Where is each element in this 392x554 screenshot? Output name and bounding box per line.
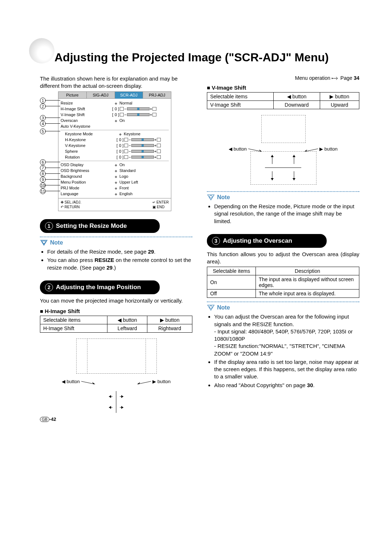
dotted-divider (207, 301, 359, 302)
overscan-table: Selectable items Description On The inpu… (207, 267, 359, 298)
v-image-shift-table: Selectable items ◀ button ▶ button V-Ima… (207, 92, 359, 109)
svg-marker-4 (137, 382, 140, 384)
section-2-body: You can move the projected image horizon… (40, 297, 192, 304)
note-heading: Note (40, 239, 192, 246)
h-shift-diagram: ◀ button ▶ button (62, 338, 171, 422)
note-heading: Note (207, 194, 359, 201)
osd-footer-end: ▣ END (152, 205, 169, 209)
v-image-shift-subhead: ■ V-Image Shift (207, 85, 359, 91)
svg-marker-8 (109, 395, 111, 398)
svg-point-29 (209, 306, 212, 308)
dotted-divider (40, 237, 192, 237)
svg-marker-2 (92, 382, 95, 384)
callout-number: 8 (40, 171, 46, 177)
osd-menu-illustration: Picture SIG-ADJ SCR-ADJ PRJ-ADJ ResizeNo… (40, 91, 192, 211)
svg-point-14 (332, 78, 332, 79)
osd-footer-return: ↶ RETURN (61, 205, 81, 209)
svg-marker-27 (293, 178, 295, 180)
page-number: GB-42 (40, 416, 56, 422)
osd-tab: Picture (58, 92, 87, 99)
osd-tab: SIG-ADJ (87, 92, 115, 99)
callout-number: 3 (40, 115, 46, 121)
callout-number: 9 (40, 177, 46, 182)
callout-number: 4 (40, 121, 46, 127)
osd-tab: PRJ-ADJ (143, 92, 171, 99)
note-heading: Note (207, 304, 359, 311)
osd-tab-active: SCR-ADJ (115, 92, 143, 99)
callout-number: 1 (40, 98, 46, 103)
callout-number: 2 (40, 103, 46, 109)
callout-number: 7 (40, 165, 46, 171)
menu-operation-ref: Menu operation Page 34 (207, 75, 359, 81)
v-shift-diagram: ◀ button ▶ button (229, 115, 338, 188)
dotted-divider (207, 191, 359, 192)
svg-marker-23 (293, 155, 295, 157)
callout-number: 6 (40, 159, 46, 165)
svg-point-0 (42, 241, 45, 243)
callout-number: 10 (40, 182, 46, 188)
section-3-body: This function allows you to adjust the O… (207, 251, 359, 266)
svg-marker-13 (121, 406, 123, 409)
callout-number: 11 (40, 188, 46, 194)
osd-footer-sel: ✥ SEL./ADJ. (61, 200, 81, 205)
section-3-heading: 3 Adjusting the Overscan (207, 234, 327, 248)
svg-marker-12 (109, 406, 111, 409)
section-2-heading: 2 Adjusting the Image Position (40, 280, 160, 294)
h-image-shift-table: Selectable items ◀ button ▶ button H-Ima… (40, 316, 192, 333)
svg-marker-9 (121, 395, 123, 398)
note-list: You can adjust the Overscan area for the… (209, 313, 359, 389)
callout-number: 5 (40, 128, 46, 134)
h-image-shift-subhead: ■ H-Image Shift (40, 308, 192, 314)
decorative-circle (29, 38, 54, 63)
osd-footer-enter: ↵ ENTER (152, 200, 169, 205)
note-list: Depending on the Resize mode, Picture mo… (209, 203, 359, 225)
intro-text: The illustration shown here is for expla… (40, 75, 192, 89)
page-title: Adjusting the Projected Image ("SCR-ADJ"… (54, 51, 359, 64)
svg-marker-25 (271, 178, 274, 180)
note-list: For details of the Resize mode, see page… (42, 248, 192, 271)
svg-marker-21 (271, 155, 274, 157)
section-1-heading: 1 Setting the Resize Mode (40, 219, 160, 233)
svg-point-28 (209, 196, 212, 198)
